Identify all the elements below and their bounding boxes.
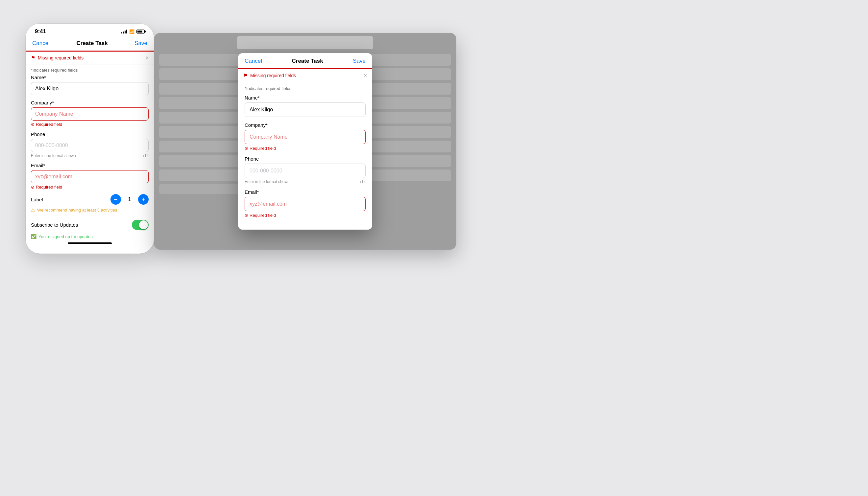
subscribe-success-text: You're signed up for updates — [39, 234, 93, 239]
modal-phone-input[interactable] — [245, 164, 365, 178]
modal-alert-message: Missing required fields — [250, 73, 296, 78]
modal-email-error: ⊘ Required field — [245, 213, 365, 218]
toggle-knob — [139, 220, 148, 229]
phone-label: Phone — [31, 131, 149, 137]
modal-email-field-group: Email* ⊘ Required field — [245, 189, 365, 218]
status-bar: 9:41 📶 — [26, 24, 154, 37]
stepper: − 1 + — [110, 194, 149, 205]
subscribe-row: Subscribe to Updates — [31, 217, 149, 233]
alert-close-button[interactable]: × — [146, 55, 149, 61]
email-error: ⊘ Required field — [31, 185, 149, 189]
modal-email-error-text: Required field — [250, 213, 276, 218]
modal-name-field-group: Name* — [245, 95, 365, 117]
modal-company-error: ⊘ Required field — [245, 146, 365, 151]
modal-phone-char-count: -/12 — [359, 179, 365, 184]
modal-cancel-button[interactable]: Cancel — [245, 58, 262, 64]
phone-hint-text: Enter in the format shown — [31, 153, 76, 158]
tablet-modal-overlay: Cancel Create Task Save ⚑ Missing requir… — [154, 33, 457, 250]
stepper-value: 1 — [126, 196, 133, 203]
phone-form: *Indicates required fields Name* Company… — [26, 64, 154, 239]
modal-alert-close-button[interactable]: × — [364, 73, 367, 78]
save-button[interactable]: Save — [134, 40, 147, 47]
modal-phone-hint-row: Enter in the format shown -/12 — [245, 179, 365, 184]
home-indicator — [68, 243, 112, 244]
status-icons: 📶 — [121, 29, 145, 34]
subscribe-success-message: ✅ You're signed up for updates — [31, 234, 149, 239]
recommend-text: We recommend having at least 3 activitie… — [37, 207, 117, 213]
alert-message: Missing required fields — [38, 55, 84, 60]
modal-required-note: *Indicates required fields — [245, 86, 365, 91]
alert-banner: ⚑ Missing required fields × — [26, 51, 154, 64]
tablet-frame: Cancel Create Task Save ⚑ Missing requir… — [154, 33, 457, 250]
modal-title: Create Task — [292, 58, 323, 64]
email-field-group: Email* ⊘ Required field — [31, 162, 149, 189]
modal-company-error-text: Required field — [250, 146, 276, 151]
email-input[interactable] — [31, 170, 149, 183]
modal-form-body: *Indicates required fields Name* Company… — [238, 82, 372, 230]
modal-email-label: Email* — [245, 189, 365, 195]
modal-name-label: Name* — [245, 95, 365, 100]
modal-email-input[interactable] — [245, 197, 365, 211]
modal-email-error-circle-icon: ⊘ — [245, 213, 248, 218]
error-circle-icon: ⊘ — [31, 122, 34, 127]
name-field-group: Name* — [31, 75, 149, 95]
company-input[interactable] — [31, 107, 149, 121]
modal-save-button[interactable]: Save — [353, 58, 365, 64]
email-error-text: Required field — [36, 185, 62, 189]
battery-icon — [136, 30, 145, 33]
check-icon: ✅ — [31, 234, 36, 239]
label-stepper-label: Label — [31, 197, 43, 202]
wifi-icon: 📶 — [129, 29, 134, 34]
email-label: Email* — [31, 162, 149, 168]
company-label: Company* — [31, 100, 149, 106]
phone-field-group: Phone Enter in the format shown -/12 — [31, 131, 149, 158]
cancel-button[interactable]: Cancel — [32, 40, 50, 47]
modal-phone-label: Phone — [245, 156, 365, 161]
stepper-minus-button[interactable]: − — [110, 194, 121, 205]
signal-icon — [121, 30, 127, 33]
modal-dialog: Cancel Create Task Save ⚑ Missing requir… — [238, 53, 372, 230]
required-note: *Indicates required fields — [31, 64, 149, 75]
modal-phone-hint-text: Enter in the format shown — [245, 179, 290, 184]
modal-alert-left: ⚑ Missing required fields — [243, 73, 296, 78]
phone-hint-row: Enter in the format shown -/12 — [31, 153, 149, 158]
company-field-group: Company* ⊘ Required field — [31, 100, 149, 127]
modal-phone-field-group: Phone Enter in the format shown -/12 — [245, 156, 365, 184]
name-input[interactable] — [31, 82, 149, 95]
phone-nav-bar: Cancel Create Task Save — [26, 37, 154, 51]
modal-flag-icon: ⚑ — [243, 73, 248, 78]
label-stepper-row: Label − 1 + — [31, 194, 149, 205]
name-label: Name* — [31, 75, 149, 80]
stepper-plus-button[interactable]: + — [138, 194, 149, 205]
company-error: ⊘ Required field — [31, 122, 149, 127]
email-error-circle-icon: ⊘ — [31, 185, 34, 189]
modal-company-input[interactable] — [245, 130, 365, 144]
modal-alert-banner: ⚑ Missing required fields × — [238, 69, 372, 82]
modal-error-circle-icon: ⊘ — [245, 146, 248, 151]
flag-icon: ⚑ — [31, 55, 35, 61]
phone-input[interactable] — [31, 139, 149, 152]
company-error-text: Required field — [36, 122, 62, 127]
modal-company-field-group: Company* ⊘ Required field — [245, 122, 365, 151]
phone-char-count: -/12 — [142, 153, 149, 158]
modal-company-label: Company* — [245, 122, 365, 128]
warn-icon: ⚠ — [31, 207, 35, 213]
modal-name-input[interactable] — [245, 103, 365, 117]
subscribe-toggle[interactable] — [132, 220, 149, 230]
modal-nav-bar: Cancel Create Task Save — [238, 53, 372, 69]
alert-left: ⚑ Missing required fields — [31, 55, 84, 61]
subscribe-label: Subscribe to Updates — [31, 222, 78, 228]
page-title: Create Task — [77, 40, 108, 47]
phone-frame: 9:41 📶 Cancel Create Task Save ⚑ Missing… — [26, 24, 154, 253]
status-time: 9:41 — [35, 28, 46, 35]
recommend-message: ⚠ We recommend having at least 3 activit… — [31, 207, 149, 213]
